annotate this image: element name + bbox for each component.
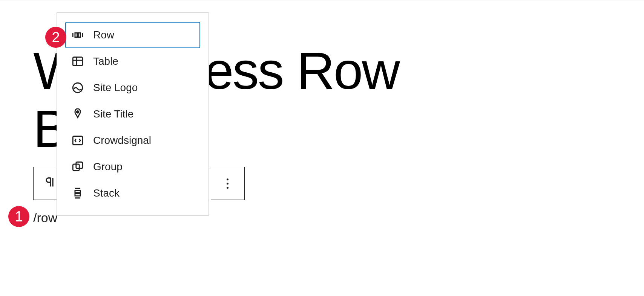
crowdsignal-icon (71, 134, 84, 147)
popover-item-site-logo[interactable]: Site Logo (65, 75, 200, 101)
group-icon (71, 160, 84, 173)
popover-item-row[interactable]: Row (65, 22, 200, 48)
pilcrow-icon (44, 176, 57, 191)
svg-point-2 (77, 111, 79, 113)
annotation-badge-1: 1 (8, 206, 29, 227)
popover-item-site-title[interactable]: Site Title (65, 101, 200, 127)
popover-item-crowdsignal[interactable]: Crowdsignal (65, 127, 200, 154)
slash-command-input[interactable]: /row (33, 211, 57, 225)
badge-label: 1 (15, 209, 23, 225)
popover-item-label: Row (93, 29, 114, 41)
svg-rect-3 (73, 136, 83, 145)
popover-item-table[interactable]: Table (65, 48, 200, 75)
badge-label: 2 (52, 29, 60, 46)
popover-item-label: Group (93, 161, 123, 173)
table-icon (71, 55, 84, 68)
slash-command-text: /row (33, 211, 57, 225)
kebab-icon (227, 179, 228, 189)
popover-item-label: Table (93, 55, 118, 67)
popover-item-group[interactable]: Group (65, 154, 200, 180)
site-logo-icon (71, 81, 84, 94)
annotation-badge-2: 2 (45, 27, 66, 48)
popover-item-label: Site Title (93, 108, 133, 120)
site-title-icon (71, 108, 84, 121)
svg-rect-0 (73, 57, 83, 66)
stack-icon (71, 187, 84, 200)
more-options-button[interactable] (211, 167, 245, 200)
block-inserter-popover: Row Table Site Logo Site Title Crowdsign… (57, 12, 209, 216)
popover-item-label: Stack (93, 187, 120, 199)
popover-item-label: Site Logo (93, 82, 138, 94)
popover-item-stack[interactable]: Stack (65, 180, 200, 206)
row-icon (71, 29, 84, 41)
popover-item-label: Crowdsignal (93, 134, 151, 146)
